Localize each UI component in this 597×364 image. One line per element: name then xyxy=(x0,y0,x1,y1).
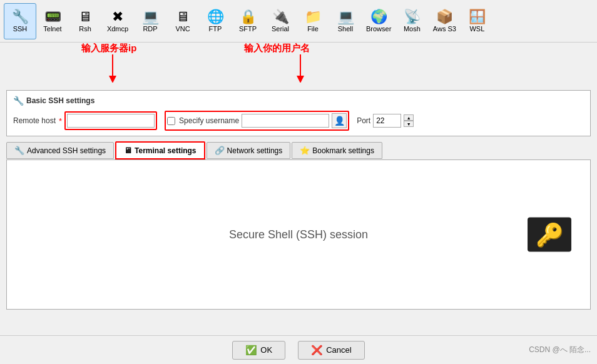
xdmcp-icon: ✖ xyxy=(112,10,123,24)
basic-ssh-settings: 🔧 Basic SSH settings Remote host * Speci… xyxy=(6,90,591,136)
remote-host-input[interactable] xyxy=(67,114,155,128)
mosh-label: Mosh xyxy=(404,25,421,33)
toolbar-item-rsh[interactable]: 🖥Rsh xyxy=(69,3,101,39)
toolbar: 🔧SSH📟Telnet🖥Rsh✖Xdmcp💻RDP🖥VNC🌐FTP🔒SFTP🔌S… xyxy=(0,0,597,43)
serial-label: Serial xyxy=(272,25,289,33)
wsl-icon: 🪟 xyxy=(469,10,486,24)
cancel-icon: ❌ xyxy=(311,345,323,356)
vnc-label: VNC xyxy=(175,25,190,33)
vnc-icon: 🖥 xyxy=(176,10,190,24)
network-tab-label: Network settings xyxy=(227,146,283,155)
sftp-label: SFTP xyxy=(239,25,257,33)
toolbar-item-rdp[interactable]: 💻RDP xyxy=(134,3,166,39)
rdp-label: RDP xyxy=(143,25,157,33)
wsl-label: WSL xyxy=(469,25,484,33)
shell-icon: 💻 xyxy=(337,10,354,24)
telnet-label: Telnet xyxy=(43,25,61,33)
advanced-tab-label: Advanced SSH settings xyxy=(27,146,106,155)
sftp-icon: 🔒 xyxy=(240,10,257,24)
port-input[interactable] xyxy=(373,114,401,128)
network-tab-icon: 🔗 xyxy=(215,146,225,155)
toolbar-item-xdmcp[interactable]: ✖Xdmcp xyxy=(101,3,134,39)
rdp-icon: 💻 xyxy=(142,10,159,24)
specify-username-label: Specify username xyxy=(179,116,239,125)
rsh-label: Rsh xyxy=(79,25,91,33)
key-icon: 🔑 xyxy=(536,221,564,248)
toolbar-item-awss3[interactable]: 📦Aws S3 xyxy=(428,3,461,39)
tab-advanced[interactable]: 🔧Advanced SSH settings xyxy=(6,142,114,159)
remote-host-group: Remote host * xyxy=(13,111,157,130)
tabs-container: 🔧Advanced SSH settings🖥Terminal settings… xyxy=(6,141,591,159)
required-marker: * xyxy=(59,116,62,126)
toolbar-item-vnc[interactable]: 🖥VNC xyxy=(166,3,199,39)
toolbar-item-sftp[interactable]: 🔒SFTP xyxy=(232,3,264,39)
settings-group-title: 🔧 Basic SSH settings xyxy=(13,96,584,106)
bookmark-tab-icon: ⭐ xyxy=(300,146,310,155)
telnet-icon: 📟 xyxy=(44,10,61,24)
xdmcp-label: Xdmcp xyxy=(107,25,128,33)
port-decrement-button[interactable]: ▼ xyxy=(404,121,414,127)
toolbar-item-file[interactable]: 📁File xyxy=(297,3,329,39)
mosh-icon: 📡 xyxy=(404,10,421,24)
advanced-tab-icon: 🔧 xyxy=(14,146,24,155)
specify-username-group: Specify username 👤 xyxy=(165,111,349,131)
tab-bookmark[interactable]: ⭐Bookmark settings xyxy=(292,142,382,159)
ssh-icon: 🔧 xyxy=(12,10,29,24)
ssh-label: SSH xyxy=(13,25,28,33)
ok-icon: ✅ xyxy=(245,345,257,356)
ftp-icon: 🌐 xyxy=(207,10,224,24)
serial-icon: 🔌 xyxy=(272,10,289,24)
ftp-label: FTP xyxy=(209,25,222,33)
session-text: Secure Shell (SSH) session xyxy=(229,228,368,241)
ok-label: OK xyxy=(260,345,272,355)
terminal-tab-icon: 🖥 xyxy=(124,146,132,155)
toolbar-item-mosh[interactable]: 📡Mosh xyxy=(395,3,428,39)
remote-host-box xyxy=(64,111,157,130)
port-group: Port ▲ ▼ xyxy=(357,114,414,128)
toolbar-item-shell[interactable]: 💻Shell xyxy=(329,3,362,39)
settings-icon: 🔧 xyxy=(13,96,24,106)
toolbar-item-serial[interactable]: 🔌Serial xyxy=(264,3,297,39)
username-avatar-button[interactable]: 👤 xyxy=(332,113,347,128)
basic-ssh-row: Remote host * Specify username 👤 Port ▲ xyxy=(13,111,584,131)
remote-host-label: Remote host xyxy=(13,116,56,125)
settings-title: Basic SSH settings xyxy=(26,96,94,105)
toolbar-item-ftp[interactable]: 🌐FTP xyxy=(199,3,232,39)
rsh-icon: 🖥 xyxy=(78,10,92,24)
username-input[interactable] xyxy=(242,114,329,128)
ok-button[interactable]: ✅ OK xyxy=(232,341,285,360)
watermark: CSDN @へ 陌念... xyxy=(529,345,591,355)
toolbar-item-browser[interactable]: 🌍Browser xyxy=(362,3,395,39)
port-increment-button[interactable]: ▲ xyxy=(404,114,414,121)
awss3-label: Aws S3 xyxy=(433,25,456,33)
cancel-button[interactable]: ❌ Cancel xyxy=(298,341,364,360)
awss3-icon: 📦 xyxy=(436,10,453,24)
tab-terminal[interactable]: 🖥Terminal settings xyxy=(115,141,205,159)
browser-label: Browser xyxy=(366,25,391,33)
bookmark-tab-label: Bookmark settings xyxy=(312,146,374,155)
toolbar-item-wsl[interactable]: 🪟WSL xyxy=(461,3,493,39)
specify-username-checkbox[interactable] xyxy=(167,117,175,125)
browser-icon: 🌍 xyxy=(370,10,387,24)
tab-network[interactable]: 🔗Network settings xyxy=(207,142,291,159)
file-icon: 📁 xyxy=(305,10,322,24)
file-label: File xyxy=(307,25,319,33)
toolbar-item-telnet[interactable]: 📟Telnet xyxy=(36,3,69,39)
terminal-tab-label: Terminal settings xyxy=(135,146,196,155)
footer: ✅ OK ❌ Cancel CSDN @へ 陌念... xyxy=(0,335,597,364)
port-label: Port xyxy=(357,116,370,125)
main-content: 🔧 Basic SSH settings Remote host * Speci… xyxy=(0,43,597,315)
cancel-label: Cancel xyxy=(326,345,351,355)
shell-label: Shell xyxy=(338,25,353,33)
content-panel: Secure Shell (SSH) session 🔑 xyxy=(6,159,591,310)
port-spinner: ▲ ▼ xyxy=(404,114,414,127)
key-icon-box: 🔑 xyxy=(528,218,571,252)
toolbar-item-ssh[interactable]: 🔧SSH xyxy=(4,3,36,39)
